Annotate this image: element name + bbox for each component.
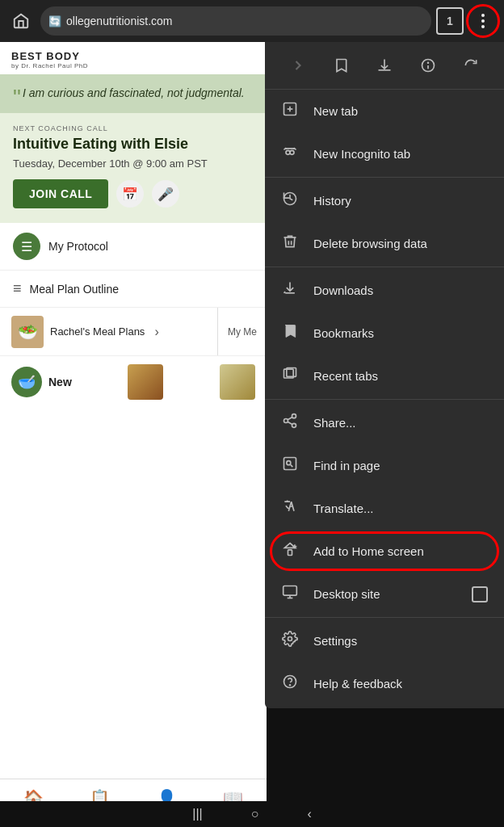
menu-item-settings[interactable]: Settings xyxy=(265,619,504,662)
menu-item-new-tab[interactable]: New tab xyxy=(265,90,504,132)
svg-point-26 xyxy=(288,637,292,641)
svg-line-9 xyxy=(293,148,295,149)
meal-plans-row[interactable]: 🥗 Rachel's Meal Plans › My Me xyxy=(0,308,267,356)
dropdown-menu: New tab New Incognito tab History xyxy=(265,42,504,708)
help-label: Help & feedback xyxy=(313,677,402,691)
my-me-section: My Me xyxy=(218,308,267,355)
info-button[interactable] xyxy=(413,50,443,81)
menu-item-share[interactable]: Share... xyxy=(265,401,504,444)
food-thumb-1 xyxy=(128,364,163,400)
incognito-label: New Incognito tab xyxy=(313,147,410,161)
outline-text: Meal Plan Outline xyxy=(30,283,120,296)
menu-item-translate[interactable]: Translate... xyxy=(265,487,504,530)
menu-toolbar xyxy=(265,42,504,90)
new-tab-label: New tab xyxy=(313,104,358,118)
quote-mark: " xyxy=(13,85,21,110)
svg-rect-23 xyxy=(284,586,297,596)
menu-item-find[interactable]: Find in page xyxy=(265,444,504,487)
recent-tabs-icon xyxy=(281,366,299,386)
coaching-label: NEXT COACHING CALL xyxy=(13,124,254,132)
help-icon xyxy=(281,674,299,694)
delete-browsing-label: Delete browsing data xyxy=(313,237,427,250)
address-bar[interactable]: 🔄 ollegenutritionist.com xyxy=(40,6,431,36)
translate-icon xyxy=(281,498,299,518)
tab-count-button[interactable]: 1 xyxy=(436,7,464,35)
android-back-btn[interactable]: ‹ xyxy=(307,807,311,821)
brand-title: BEST BODY xyxy=(11,50,255,62)
svg-line-16 xyxy=(288,417,292,419)
menu-item-add-home[interactable]: Add to Home screen xyxy=(265,530,504,573)
three-dot-menu-button[interactable] xyxy=(468,6,498,36)
new-row: 🥣 New xyxy=(0,356,267,408)
android-recent-btn[interactable]: ||| xyxy=(192,807,202,821)
menu-item-incognito[interactable]: New Incognito tab xyxy=(265,132,504,175)
home-browser-icon[interactable] xyxy=(6,6,36,36)
calendar-icon-btn[interactable]: 📅 xyxy=(116,180,144,208)
coaching-section: NEXT COACHING CALL Intuitive Eating with… xyxy=(0,113,267,224)
meal-plan-outline-row[interactable]: ≡ Meal Plan Outline xyxy=(0,271,267,308)
svg-line-15 xyxy=(288,422,292,424)
svg-line-8 xyxy=(285,148,287,149)
new-label: New xyxy=(48,376,72,388)
android-home-btn[interactable]: ○ xyxy=(251,807,259,821)
menu-item-recent-tabs[interactable]: Recent tabs xyxy=(265,355,504,397)
new-tab-icon xyxy=(281,101,299,121)
protocol-icon: ☰ xyxy=(13,233,40,260)
trash-icon xyxy=(281,233,299,254)
history-icon xyxy=(281,191,299,211)
forward-button[interactable] xyxy=(283,50,313,81)
svg-point-18 xyxy=(287,461,291,465)
share-icon xyxy=(281,413,299,433)
desktop-label: Desktop site xyxy=(313,587,380,601)
translate-label: Translate... xyxy=(313,502,373,515)
protocol-text: My Protocol xyxy=(48,240,108,253)
desktop-site-checkbox[interactable] xyxy=(472,586,488,602)
meal-plans-thumb: 🥗 xyxy=(11,316,44,348)
menu-item-downloads[interactable]: Downloads xyxy=(265,269,504,312)
page-background: BEST BODY by Dr. Rachel Paul PhD "I am c… xyxy=(0,42,267,779)
menu-item-history[interactable]: History xyxy=(265,179,504,222)
bookmark-button[interactable] xyxy=(326,50,356,81)
url-text: ollegenutritionist.com xyxy=(66,15,423,27)
downloads-label: Downloads xyxy=(313,283,373,297)
svg-rect-20 xyxy=(288,550,292,556)
settings-label: Settings xyxy=(313,634,357,648)
mic-icon-btn[interactable]: 🎤 xyxy=(152,180,179,208)
menu-item-delete-browsing[interactable]: Delete browsing data xyxy=(265,222,504,265)
svg-point-12 xyxy=(292,414,296,418)
svg-point-14 xyxy=(292,423,296,427)
menu-item-bookmarks[interactable]: Bookmarks xyxy=(265,312,504,355)
find-icon xyxy=(281,455,299,476)
svg-point-7 xyxy=(290,150,294,154)
meal-plans-label: Rachel's Meal Plans xyxy=(50,325,145,338)
incognito-icon xyxy=(281,144,299,164)
bookmarks-icon xyxy=(281,323,299,343)
recent-tabs-label: Recent tabs xyxy=(313,369,378,383)
share-label: Share... xyxy=(313,416,356,430)
new-item-icon: 🥣 xyxy=(11,367,42,397)
download-button[interactable] xyxy=(369,50,400,81)
protocol-row[interactable]: ☰ My Protocol xyxy=(0,223,267,271)
separator-3 xyxy=(265,399,504,400)
join-call-button[interactable]: JOIN CALL xyxy=(13,179,108,208)
brand-header: BEST BODY by Dr. Rachel Paul PhD xyxy=(0,42,267,74)
downloads-icon xyxy=(281,280,299,300)
desktop-icon xyxy=(281,584,299,604)
coaching-date: Tuesday, December 10th @ 9:00 am PST xyxy=(13,157,254,170)
refresh-button[interactable] xyxy=(456,50,486,81)
add-home-icon xyxy=(281,541,299,561)
food-thumb-2 xyxy=(220,364,255,400)
separator-2 xyxy=(265,267,504,267)
quote-section: "I am curious and fascinated, not judgme… xyxy=(0,74,267,113)
menu-item-help[interactable]: Help & feedback xyxy=(265,662,504,705)
menu-item-desktop-site[interactable]: Desktop site xyxy=(265,573,504,615)
meal-plans-left: 🥗 Rachel's Meal Plans › xyxy=(0,308,217,355)
svg-point-13 xyxy=(284,419,288,423)
bookmarks-label: Bookmarks xyxy=(313,326,374,340)
coaching-title: Intuitive Eating with Elsie xyxy=(13,136,254,153)
android-nav-bar: ||| ○ ‹ xyxy=(0,801,504,827)
separator-1 xyxy=(265,177,504,178)
top-bar: 🔄 ollegenutritionist.com 1 xyxy=(0,0,504,42)
brand-subtitle: by Dr. Rachel Paul PhD xyxy=(11,62,255,69)
secure-icon: 🔄 xyxy=(48,15,61,27)
